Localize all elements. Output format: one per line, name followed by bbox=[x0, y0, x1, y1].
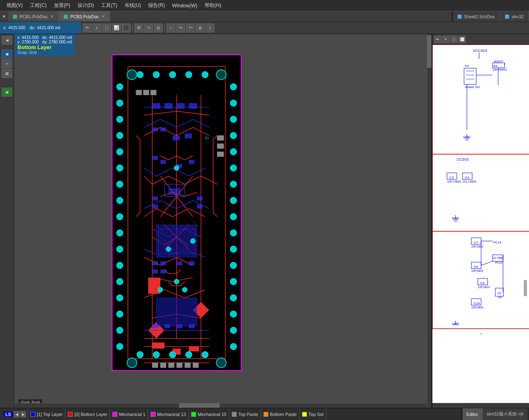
svg-text:22P,0603: 22P,0603 bbox=[471, 269, 483, 272]
right-btn-2[interactable]: + bbox=[442, 36, 449, 43]
menu-project[interactable]: 工程(C) bbox=[27, 1, 50, 10]
menu-place[interactable]: 放置(P) bbox=[51, 1, 73, 10]
main-area: ◀ ◼ ≡ ▦ ▣ x: 4415.000 dx: 4415.000 mil y… bbox=[0, 34, 529, 408]
x-label: x: bbox=[3, 26, 6, 30]
sidebar-btn-2[interactable]: ≡ bbox=[2, 59, 12, 68]
toolbar-btn-add[interactable]: + bbox=[93, 24, 101, 32]
toolbar-btn-select[interactable]: ✏ bbox=[83, 24, 92, 32]
toolbar-btn-text[interactable]: A bbox=[196, 24, 205, 32]
svg-rect-25 bbox=[152, 103, 160, 109]
svg-point-87 bbox=[230, 311, 237, 317]
toolbar-btn-arrow[interactable]: → bbox=[166, 24, 175, 32]
menu-design[interactable]: 设计(D) bbox=[74, 1, 97, 10]
mech1-label: Mechanical 1 bbox=[119, 412, 145, 417]
nav-next[interactable]: ▶ bbox=[20, 411, 26, 418]
menu-route[interactable]: 布线(U) bbox=[121, 1, 145, 10]
svg-rect-18 bbox=[189, 347, 199, 351]
svg-point-62 bbox=[117, 181, 123, 187]
menu-view[interactable]: 视图(V) bbox=[3, 1, 26, 10]
svg-text:PC15: PC15 bbox=[495, 261, 503, 264]
toolbar-btn-line[interactable]: / bbox=[205, 24, 214, 32]
left-sidebar: ◀ ◼ ≡ ▦ ▣ bbox=[0, 34, 14, 408]
toolbar-btn-rect[interactable]: □ bbox=[102, 24, 111, 32]
layer-nav: LS ◀ ▶ bbox=[2, 408, 28, 420]
status-bottom-layer[interactable]: [2] Bottom Layer bbox=[65, 408, 110, 420]
menu-tools[interactable]: 工具(T) bbox=[98, 1, 120, 10]
svg-point-92 bbox=[169, 71, 176, 78]
vertical-scrollbar[interactable] bbox=[427, 34, 432, 408]
sidebar-btn-active[interactable]: ◼ bbox=[2, 50, 12, 58]
toolbar-btn-cut[interactable]: ✂ bbox=[176, 24, 185, 32]
svg-rect-121 bbox=[217, 152, 224, 157]
status-mech13[interactable]: Mechanical 13 bbox=[148, 408, 189, 420]
horizontal-scrollbar[interactable] bbox=[14, 403, 427, 408]
svg-rect-40 bbox=[197, 196, 203, 200]
sidebar-btn-green[interactable]: ▣ bbox=[2, 88, 12, 97]
svg-rect-55 bbox=[189, 324, 194, 328]
mech1-color bbox=[112, 412, 117, 417]
svg-rect-115 bbox=[193, 363, 199, 368]
svg-point-75 bbox=[230, 116, 237, 123]
tab-pcb3[interactable]: PCB3.PcbDoc ✕ bbox=[59, 11, 110, 22]
stm32-tab[interactable]: stm32最小系统~(4 bbox=[483, 408, 527, 420]
tab-pcb1-icon bbox=[13, 15, 17, 19]
editor-tab[interactable]: Editor bbox=[462, 408, 483, 420]
svg-rect-32 bbox=[185, 134, 192, 138]
svg-text:VCC3V3: VCC3V3 bbox=[473, 49, 487, 53]
coord-dy-label: dy: bbox=[42, 40, 49, 44]
status-mech1[interactable]: Mechanical 1 bbox=[110, 408, 148, 420]
tab-pcb3-icon bbox=[64, 15, 68, 19]
svg-text:22P,0603: 22P,0603 bbox=[471, 245, 483, 248]
svg-point-63 bbox=[117, 197, 123, 204]
tab-sheet2[interactable]: Sheet2.SchDoc bbox=[453, 11, 500, 22]
svg-point-66 bbox=[117, 246, 123, 252]
menu-report[interactable]: 报告(R) bbox=[145, 1, 168, 10]
status-top-paste[interactable]: Top Paste bbox=[229, 408, 261, 420]
tab-arrow-left[interactable]: ▼ bbox=[0, 11, 8, 22]
svg-point-60 bbox=[117, 149, 123, 155]
svg-point-78 bbox=[230, 165, 237, 171]
svg-point-70 bbox=[117, 311, 123, 317]
top-layer-label: [1] Top Layer bbox=[37, 412, 63, 417]
top-paste-label: Top Paste bbox=[238, 412, 258, 417]
tab-stm32[interactable]: stm32 bbox=[500, 11, 529, 22]
toolbar-btn-tilde[interactable]: 〜 bbox=[186, 24, 195, 32]
svg-rect-31 bbox=[173, 136, 180, 140]
status-top-layer[interactable]: [1] Top Layer bbox=[28, 408, 65, 420]
right-btn-3[interactable]: □ bbox=[450, 36, 458, 43]
toolbar-btn-fill[interactable]: ⬛ bbox=[122, 24, 131, 32]
top-layer-color bbox=[30, 412, 35, 417]
right-btn-1[interactable]: ✏ bbox=[434, 36, 441, 43]
tab-pcb1-close[interactable]: ✕ bbox=[50, 14, 54, 19]
svg-rect-51 bbox=[156, 298, 197, 326]
mech13-label: Mechanical 13 bbox=[157, 412, 186, 417]
tab-pcb1[interactable]: PCB1.PcbDoc ✕ bbox=[8, 11, 59, 22]
sidebar-btn-3[interactable]: ▦ bbox=[2, 69, 12, 78]
toolbar-btn-circle[interactable]: ◎ bbox=[154, 24, 163, 32]
toolbar-btn-chart[interactable]: 📊 bbox=[112, 24, 121, 32]
right-panel: ✏ + □ ⬜ VCC3V3 R4 10K R0603 bbox=[432, 34, 529, 408]
dx-value: 4415.000 mil bbox=[37, 26, 60, 30]
sidebar-btn-1[interactable]: ◀ bbox=[2, 36, 12, 45]
right-btn-4[interactable]: ⬜ bbox=[458, 36, 466, 43]
tab-pcb1-label: PCB1.PcbDoc bbox=[19, 14, 48, 19]
nav-prev[interactable]: ◀ bbox=[14, 411, 19, 418]
menu-help[interactable]: 帮助(H) bbox=[201, 1, 225, 10]
toolbar-btn-wave[interactable]: ∿ bbox=[144, 24, 153, 32]
toolbar-btn-gear[interactable]: ⚙ bbox=[134, 24, 143, 32]
svg-rect-49 bbox=[152, 269, 158, 274]
svg-rect-120 bbox=[217, 144, 224, 149]
tab-pcb3-close[interactable]: ✕ bbox=[101, 14, 105, 19]
status-bottom-paste[interactable]: Bottom Paste bbox=[261, 408, 300, 420]
menu-window[interactable]: Window(W) bbox=[169, 2, 201, 9]
right-panel-scrollbar[interactable] bbox=[432, 403, 529, 408]
svg-point-88 bbox=[230, 327, 237, 334]
svg-point-107 bbox=[190, 239, 195, 243]
pcb-board[interactable]: P2 bbox=[112, 54, 242, 371]
svg-point-93 bbox=[186, 71, 192, 78]
status-mech15[interactable]: Mechanical 15 bbox=[189, 408, 229, 420]
svg-point-58 bbox=[117, 116, 123, 123]
editor-tabs-area: Editor stm32最小系统~(4 bbox=[462, 408, 527, 420]
status-top-sol[interactable]: Top Sol bbox=[300, 408, 326, 420]
svg-text:C9: C9 bbox=[480, 281, 485, 285]
